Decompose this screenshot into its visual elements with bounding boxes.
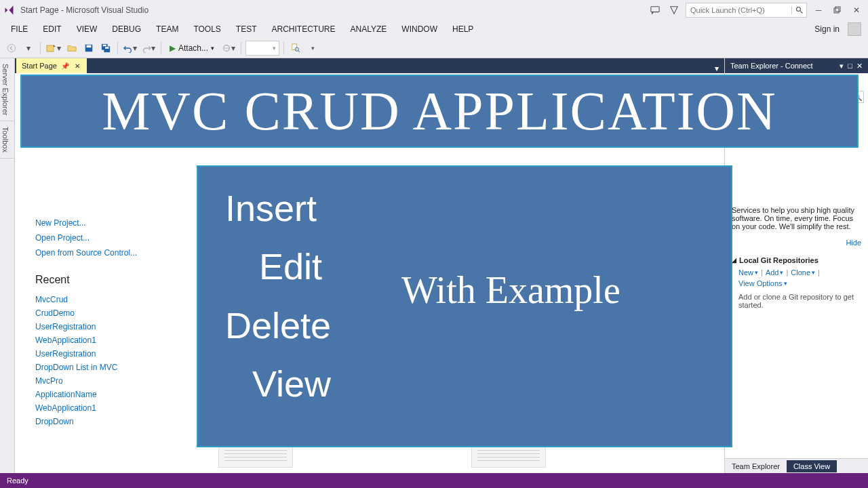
solution-config-combo[interactable]: ▾: [245, 41, 279, 56]
overlay-title-text: MVC CRUD APPLICATION: [102, 81, 777, 142]
browser-select-button[interactable]: ▾: [220, 41, 237, 56]
recent-item[interactable]: UserRegistration: [35, 320, 191, 333]
redo-button[interactable]: ▾: [140, 41, 157, 56]
quick-launch[interactable]: [686, 3, 807, 18]
open-source-control-link[interactable]: Open from Source Control...: [35, 245, 191, 260]
panel-pin-icon[interactable]: □: [848, 62, 852, 70]
team-explorer-header: Team Explorer - Connect ▾ □ ✕: [725, 58, 868, 73]
git-description: Add or clone a Git repository to get sta…: [732, 289, 861, 309]
toolbar-overflow[interactable]: ▾: [305, 41, 320, 56]
svg-rect-13: [292, 43, 297, 49]
recent-item[interactable]: WebApplication1: [35, 333, 191, 347]
restore-button[interactable]: [830, 3, 845, 18]
recent-item[interactable]: WebApplication1: [35, 401, 191, 415]
tab-label: Start Page: [22, 62, 57, 70]
server-explorer-tab[interactable]: Server Explorer: [0, 58, 14, 121]
tab-class-view[interactable]: Class View: [787, 460, 837, 472]
git-heading[interactable]: ◢Local Git Repositories: [732, 253, 861, 267]
new-project-button[interactable]: ▾: [45, 41, 62, 56]
team-explorer-title: Team Explorer - Connect: [730, 62, 813, 70]
menu-test[interactable]: TEST: [229, 22, 264, 36]
menu-team[interactable]: TEAM: [149, 22, 185, 36]
menu-tools[interactable]: TOOLS: [186, 22, 227, 36]
sign-in-link[interactable]: Sign in: [808, 22, 846, 36]
menu-window[interactable]: WINDOW: [395, 22, 444, 36]
recent-item[interactable]: UserRegistration: [35, 347, 191, 361]
svg-rect-3: [835, 7, 840, 12]
recent-heading: Recent: [35, 274, 191, 286]
status-text: Ready: [7, 476, 28, 485]
overlay-example-text: With Example: [401, 268, 620, 312]
svg-point-4: [7, 44, 15, 52]
user-avatar-icon[interactable]: [848, 22, 861, 36]
toolbox-tab[interactable]: Toolbox: [0, 121, 14, 159]
git-new-button[interactable]: New ▾: [738, 268, 758, 277]
pin-icon[interactable]: 📌: [61, 62, 69, 70]
menubar: FILE EDIT VIEW DEBUG TEAM TOOLS TEST ARC…: [0, 20, 868, 38]
attach-button[interactable]: ▶ Attach... ▾: [165, 41, 218, 56]
menu-file[interactable]: FILE: [4, 22, 35, 36]
save-all-button[interactable]: [98, 41, 113, 56]
minimize-button[interactable]: ─: [811, 3, 826, 18]
menu-help[interactable]: HELP: [446, 22, 480, 36]
menu-debug[interactable]: DEBUG: [105, 22, 148, 36]
window-title: Start Page - Microsoft Visual Studio: [20, 5, 149, 15]
find-in-files-button[interactable]: [288, 41, 303, 56]
recent-item[interactable]: DropDown List in MVC: [35, 361, 191, 374]
overlay-body-banner: Insert Edit Delete View With Example: [197, 165, 732, 447]
open-file-button[interactable]: [64, 41, 79, 56]
recent-item[interactable]: CrudDemo: [35, 306, 191, 320]
close-button[interactable]: ✕: [849, 3, 864, 18]
recent-item[interactable]: MvcPro: [35, 374, 191, 388]
notifications-icon[interactable]: [667, 3, 682, 18]
git-view-options-button[interactable]: View Options ▾: [738, 279, 787, 287]
svg-rect-7: [87, 45, 92, 47]
svg-rect-11: [105, 47, 108, 49]
new-project-link[interactable]: New Project...: [35, 216, 191, 230]
panel-bottom-tabs: Team Explorer Class View: [725, 458, 868, 473]
svg-rect-5: [47, 45, 54, 52]
open-project-link[interactable]: Open Project...: [35, 230, 191, 245]
menu-view[interactable]: VIEW: [70, 22, 104, 36]
titlebar: Start Page - Microsoft Visual Studio ─ ✕: [0, 0, 868, 20]
nav-back-button[interactable]: [4, 41, 19, 56]
svg-point-1: [796, 7, 800, 12]
save-button[interactable]: [81, 41, 96, 56]
left-rail: Server Explorer Toolbox: [0, 58, 15, 473]
panel-menu-icon[interactable]: ▾: [840, 62, 844, 70]
statusbar: Ready: [0, 473, 868, 488]
recent-item[interactable]: DropDown: [35, 415, 191, 428]
undo-button[interactable]: ▾: [122, 41, 138, 56]
tab-team-explorer[interactable]: Team Explorer: [725, 460, 787, 472]
chevron-down-icon: ◢: [732, 257, 736, 264]
vs-logo-icon: [4, 4, 16, 16]
hide-link[interactable]: Hide: [725, 236, 868, 253]
git-add-button[interactable]: Add ▾: [766, 268, 784, 277]
tab-start-page[interactable]: Start Page 📌 ✕: [16, 58, 87, 73]
svg-rect-2: [834, 8, 839, 13]
git-clone-button[interactable]: Clone ▾: [791, 268, 815, 277]
feedback-icon[interactable]: [648, 3, 663, 18]
overlay-crud-list: Insert Edit Delete View: [225, 179, 331, 413]
recent-item[interactable]: MvcCrud: [35, 293, 191, 306]
recent-item[interactable]: ApplicationName: [35, 388, 191, 401]
quick-launch-search-icon[interactable]: [791, 6, 806, 14]
quick-launch-input[interactable]: [686, 6, 791, 14]
attach-label: Attach...: [178, 43, 208, 53]
git-section: ◢Local Git Repositories New ▾| Add ▾| Cl…: [725, 253, 868, 309]
svg-rect-9: [103, 44, 106, 46]
menu-edit[interactable]: EDIT: [36, 22, 68, 36]
panel-close-icon[interactable]: ✕: [856, 62, 863, 70]
overlay-title-banner: MVC CRUD APPLICATION: [20, 75, 859, 148]
svg-rect-0: [651, 7, 659, 12]
toolbar: ▾ ▾ ▾ ▾ ▶ Attach... ▾ ▾ ▾ ▾: [0, 38, 868, 58]
menu-architecture[interactable]: ARCHITECTURE: [265, 22, 342, 36]
tab-strip: Start Page 📌 ✕ ▾: [15, 58, 724, 73]
tab-list-dropdown[interactable]: ▾: [715, 64, 719, 73]
menu-analyze[interactable]: ANALYZE: [344, 22, 394, 36]
nav-fwd-button[interactable]: ▾: [21, 41, 36, 56]
close-tab-icon[interactable]: ✕: [73, 62, 81, 70]
